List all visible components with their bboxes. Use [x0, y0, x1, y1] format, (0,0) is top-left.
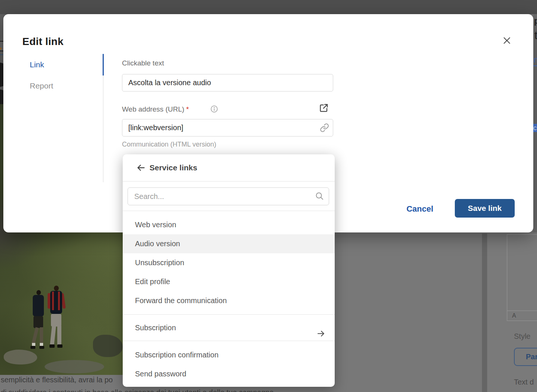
link-chain-icon	[320, 123, 329, 132]
search-input[interactable]	[128, 187, 329, 205]
back-arrow-icon	[136, 168, 146, 174]
page-body-text: semplicità e flessibilità, avrai la po	[1, 376, 113, 384]
list-item-web-version[interactable]: Web version	[123, 215, 335, 234]
clickable-text-input[interactable]	[122, 74, 333, 91]
hiker-left	[30, 290, 47, 351]
sidebar-box-divider	[507, 311, 537, 311]
hiker-right	[48, 286, 65, 350]
sidebar-text-decoration-label: Text d	[514, 378, 534, 386]
service-links-panel: Service links Web version Audio version …	[123, 154, 335, 387]
modal-title: Edit link	[22, 36, 64, 48]
search-icon	[315, 192, 324, 200]
search-divider	[123, 211, 335, 211]
clickable-text-label: Clickable text	[122, 59, 164, 67]
sidebar-color-box	[507, 234, 537, 321]
required-asterisk: *	[186, 105, 189, 113]
link-underline-fragment	[533, 65, 537, 66]
active-tab-indicator	[103, 54, 104, 75]
list-item-edit-profile[interactable]: Edit profile	[123, 272, 335, 291]
service-links-list: Web version Audio version Unsubscription…	[123, 215, 335, 383]
save-link-button[interactable]: Save link	[455, 199, 515, 218]
page-body-text-clipped: di suddividere i contenuti in base alle …	[1, 388, 274, 392]
submenu-arrow-icon	[316, 323, 326, 332]
sidebar-paragraph-button[interactable]: Par	[514, 348, 537, 366]
web-address-label: Web address (URL)*	[122, 105, 189, 113]
background-topbar	[0, 0, 537, 14]
open-external-link-button[interactable]	[319, 103, 329, 113]
service-links-header: Service links	[123, 154, 335, 181]
url-helper-text: Communication (HTML version)	[122, 141, 216, 148]
list-item-unsubscription[interactable]: Unsubscription	[123, 253, 335, 272]
close-icon	[502, 36, 512, 46]
back-button[interactable]	[135, 163, 147, 174]
sidebar-style-label: Style	[514, 332, 530, 341]
list-item-audio-version[interactable]: Audio version	[123, 234, 335, 253]
external-link-icon	[319, 109, 329, 114]
selected-text-fragment: c	[533, 124, 537, 132]
scrollbar-strip[interactable]	[482, 234, 487, 392]
text-fragment: t	[534, 29, 537, 42]
link-text-fragment: n	[534, 55, 537, 65]
rock-shape	[93, 335, 123, 357]
info-icon[interactable]	[210, 105, 218, 113]
rock-shape	[45, 360, 104, 373]
rock-shape	[4, 350, 37, 364]
cancel-button[interactable]: Cancel	[398, 203, 442, 215]
text-fragment: p	[534, 16, 537, 26]
list-item-subscription[interactable]: Subscription	[123, 315, 335, 341]
service-links-title: Service links	[149, 163, 197, 172]
app-root: semplicità e flessibilità, avrai la po d…	[0, 0, 537, 392]
list-item-subscription-confirmation[interactable]: Subscription confirmation	[123, 346, 335, 364]
sidebar-a-label: A	[512, 312, 516, 319]
web-address-input[interactable]	[122, 119, 333, 136]
close-button[interactable]	[499, 33, 514, 48]
background-right-edge: p t n c	[533, 14, 537, 232]
list-item-send-password[interactable]: Send password	[123, 364, 335, 383]
tab-report[interactable]: Report	[30, 81, 53, 90]
tab-link[interactable]: Link	[30, 60, 44, 69]
list-item-forward-communication[interactable]: Forward the communication	[123, 291, 335, 310]
